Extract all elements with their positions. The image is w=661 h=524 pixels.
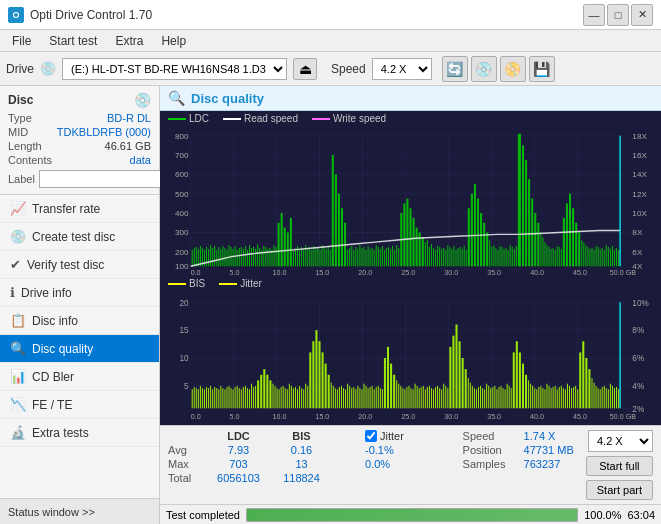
menu-help[interactable]: Help	[153, 32, 194, 50]
svg-rect-309	[269, 380, 271, 408]
svg-rect-211	[563, 218, 565, 266]
toolbar-action-buttons: 🔄 💿 📀 💾	[442, 56, 555, 82]
svg-rect-78	[257, 244, 258, 266]
svg-rect-165	[453, 246, 454, 266]
eject-button[interactable]: ⏏	[293, 58, 317, 80]
save-button[interactable]: 💾	[529, 56, 555, 82]
svg-rect-428	[536, 389, 537, 408]
minimize-button[interactable]: —	[583, 4, 605, 26]
svg-rect-46	[192, 250, 193, 266]
svg-rect-427	[534, 388, 535, 408]
svg-rect-356	[374, 389, 375, 408]
sidebar-item-disc-info[interactable]: 📋 Disc info	[0, 307, 159, 335]
svg-rect-385	[437, 386, 438, 408]
avg-jitter: -0.1%	[365, 444, 394, 456]
disc-section-title: Disc	[8, 93, 33, 107]
svg-rect-205	[551, 249, 552, 266]
menu-extra[interactable]: Extra	[107, 32, 151, 50]
maximize-button[interactable]: □	[607, 4, 629, 26]
svg-rect-406	[486, 384, 487, 409]
svg-rect-217	[581, 240, 582, 266]
start-full-button[interactable]: Start full	[586, 456, 653, 476]
svg-rect-369	[404, 389, 405, 408]
speed-dropdown[interactable]: 4.2 X	[588, 430, 653, 452]
drive-select[interactable]: (E:) HL-DT-ST BD-RE WH16NS48 1.D3	[62, 58, 287, 80]
svg-rect-146	[409, 208, 411, 266]
svg-rect-314	[281, 387, 282, 408]
svg-rect-219	[585, 245, 586, 266]
ldc-column-header: LDC	[211, 430, 266, 442]
sidebar-item-drive-info[interactable]: ℹ Drive info	[0, 279, 159, 307]
svg-rect-375	[417, 386, 418, 408]
disc-write-button[interactable]: 📀	[500, 56, 526, 82]
svg-rect-59	[218, 247, 219, 266]
close-button[interactable]: ✕	[631, 4, 653, 26]
svg-rect-213	[569, 194, 571, 267]
svg-rect-162	[447, 245, 448, 266]
svg-rect-412	[498, 387, 499, 408]
svg-text:18X: 18X	[632, 132, 647, 141]
svg-rect-282	[210, 386, 211, 408]
drive-info-icon: ℹ	[10, 285, 15, 300]
type-value: BD-R DL	[107, 112, 151, 124]
start-part-button[interactable]: Start part	[586, 480, 653, 500]
sidebar-item-cd-bler[interactable]: 📊 CD Bler	[0, 363, 159, 391]
sidebar-item-transfer-rate[interactable]: 📈 Transfer rate	[0, 195, 159, 223]
svg-text:50.0 GB: 50.0 GB	[610, 412, 636, 421]
svg-rect-138	[390, 249, 391, 266]
svg-text:35.0: 35.0	[487, 269, 501, 276]
svg-rect-462	[610, 384, 611, 409]
svg-rect-279	[204, 389, 205, 408]
svg-rect-355	[372, 386, 373, 408]
sidebar-item-disc-quality[interactable]: 🔍 Disc quality	[0, 335, 159, 363]
stats-table: LDC BIS Jitter Avg 7.93 0.16 -0.1%	[168, 430, 451, 486]
svg-rect-88	[278, 223, 280, 267]
svg-rect-283	[212, 389, 213, 408]
svg-text:8X: 8X	[632, 229, 643, 238]
svg-rect-397	[468, 378, 469, 408]
speed-select[interactable]: 4.2 X	[372, 58, 432, 80]
status-window-button[interactable]: Status window >>	[0, 498, 159, 524]
svg-rect-464	[614, 388, 615, 408]
menu-file[interactable]: File	[4, 32, 39, 50]
sidebar-item-fe-te[interactable]: 📉 FE / TE	[0, 391, 159, 419]
sidebar-item-label: Create test disc	[32, 230, 115, 244]
jitter-checkbox[interactable]	[365, 430, 377, 442]
svg-rect-278	[202, 388, 203, 408]
sidebar-item-extra-tests[interactable]: 🔬 Extra tests	[0, 419, 159, 447]
svg-rect-338	[337, 389, 338, 408]
svg-rect-400	[474, 388, 475, 408]
svg-rect-297	[241, 389, 242, 408]
svg-rect-86	[273, 245, 274, 266]
menu-start-test[interactable]: Start test	[41, 32, 105, 50]
svg-rect-425	[530, 384, 531, 409]
svg-rect-118	[349, 248, 350, 266]
svg-rect-160	[443, 248, 444, 266]
svg-rect-376	[419, 388, 420, 408]
svg-rect-71	[243, 249, 244, 266]
svg-text:10%: 10%	[632, 297, 649, 307]
svg-text:4%: 4%	[632, 381, 644, 391]
sidebar-item-verify-test-disc[interactable]: ✔ Verify test disc	[0, 251, 159, 279]
svg-rect-403	[480, 386, 481, 408]
contents-value: data	[130, 154, 151, 166]
refresh-button[interactable]: 🔄	[442, 56, 468, 82]
svg-text:0.0: 0.0	[191, 412, 201, 421]
svg-rect-84	[269, 248, 270, 266]
svg-rect-121	[355, 247, 356, 266]
disc-read-button[interactable]: 💿	[471, 56, 497, 82]
svg-rect-93	[293, 250, 294, 266]
svg-rect-232	[612, 246, 613, 266]
svg-rect-363	[390, 364, 392, 409]
svg-rect-448	[577, 389, 578, 408]
svg-rect-446	[573, 387, 574, 408]
svg-rect-349	[359, 388, 360, 408]
svg-rect-187	[506, 248, 507, 266]
sidebar-item-create-test-disc[interactable]: 💿 Create test disc	[0, 223, 159, 251]
svg-rect-171	[466, 250, 467, 266]
svg-rect-62	[224, 248, 225, 266]
avg-bis: 0.16	[274, 444, 329, 456]
svg-rect-413	[500, 386, 501, 408]
svg-text:600: 600	[175, 170, 189, 179]
position-stat-label: Position	[463, 444, 518, 456]
